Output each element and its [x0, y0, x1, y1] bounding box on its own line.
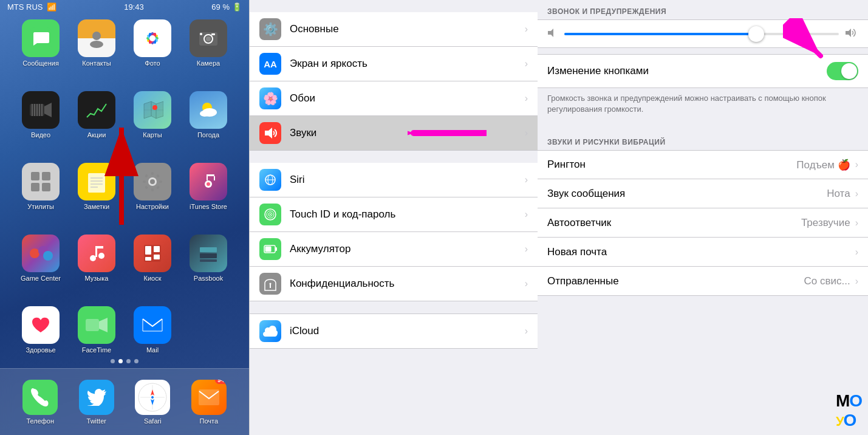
svg-point-59 [98, 253, 104, 259]
svg-rect-17 [211, 33, 215, 35]
health-icon-img [22, 306, 60, 344]
toggle-label-text: Изменение кнопками [547, 65, 827, 77]
svg-rect-44 [143, 180, 146, 183]
app-utilities[interactable]: Утилиты [15, 163, 66, 230]
app-settings[interactable]: Настройки [127, 163, 178, 230]
magenta-arrow-toggle [783, 18, 832, 67]
dock-twitter[interactable]: Twitter [79, 380, 114, 425]
app-maps[interactable]: Карты [127, 91, 178, 158]
privacy-label: Конфиденциальность [290, 278, 520, 290]
dock-phone[interactable]: Телефон [22, 380, 58, 425]
svg-rect-33 [31, 183, 39, 191]
app-videos[interactable]: Видео [15, 91, 66, 158]
dock-safari[interactable]: Safari [135, 380, 170, 425]
kiosk-icon-img [134, 235, 171, 272]
app-itunes[interactable]: iTunes Store [183, 163, 234, 230]
app-photos[interactable]: Фото [127, 19, 178, 86]
settings-gap-1 [250, 0, 538, 12]
app-passbook[interactable]: Passbook [183, 235, 234, 301]
svg-rect-49 [145, 185, 148, 189]
notes-icon-img [78, 163, 115, 200]
utilities-label: Утилиты [27, 203, 54, 210]
svg-rect-45 [159, 180, 162, 183]
sound-item-message[interactable]: Звук сообщения Нота › [538, 179, 868, 208]
messages-icon [22, 19, 60, 57]
app-camera[interactable]: Камера [183, 19, 234, 86]
svg-rect-35 [88, 173, 105, 193]
safari-label: Safari [144, 417, 162, 425]
ringtone-value: Подъем 🍎 [796, 159, 850, 171]
svg-rect-61 [96, 246, 103, 248]
app-messages[interactable]: Сообщения [15, 19, 66, 86]
app-stocks[interactable]: Акции [71, 91, 122, 158]
svg-point-18 [200, 33, 202, 35]
battery-label-settings: Аккумулятор [290, 243, 520, 255]
dock-mail[interactable]: 944 Почта [191, 380, 227, 425]
svg-rect-66 [145, 257, 151, 261]
settings-item-privacy[interactable]: Конфиденциальность › [250, 267, 538, 301]
settings-item-wallpaper[interactable]: 🌸 Обои › [250, 81, 538, 116]
app-contacts[interactable]: Контакты [71, 19, 122, 86]
siri-label: Siri [290, 174, 520, 186]
carrier-label: MTS RUS [7, 2, 43, 12]
settings-item-touchid[interactable]: Touch ID и код-пароль › [250, 197, 538, 232]
dock: Телефон Twitter Safari 944 Почта [0, 368, 249, 435]
screen-label: Экран и яркость [290, 58, 520, 70]
icloud-icon [259, 320, 281, 342]
sound-item-sent[interactable]: Отправленные Со свис... › [538, 267, 868, 296]
svg-point-2 [90, 41, 103, 48]
volume-slider-thumb[interactable] [748, 26, 764, 42]
dot-3 [126, 359, 131, 363]
settings-item-icloud[interactable]: iCloud › [250, 313, 538, 349]
svg-rect-85 [199, 389, 219, 405]
svg-rect-42 [151, 172, 154, 175]
watermark: МО УО [836, 390, 862, 429]
settings-item-battery[interactable]: Аккумулятор › [250, 232, 538, 267]
svg-rect-63 [145, 246, 151, 255]
sent-label: Отправленные [547, 275, 804, 287]
app-gamecenter[interactable]: Game Center [15, 235, 66, 301]
notes-label: Заметки [84, 203, 109, 210]
sounds-icon [259, 122, 281, 144]
utilities-icon-img [22, 163, 60, 200]
app-notes[interactable]: Заметки [71, 163, 122, 230]
settings-item-siri[interactable]: Siri › [250, 163, 538, 197]
settings-item-sounds[interactable]: Звуки › [250, 116, 538, 151]
app-weather[interactable]: Погода [183, 91, 234, 158]
itunes-label: iTunes Store [190, 203, 227, 210]
contacts-icon-img [78, 19, 115, 57]
camera-label: Камера [197, 60, 220, 67]
svg-marker-20 [44, 103, 52, 117]
battery-icon-settings [259, 238, 281, 260]
privacy-chevron: › [525, 278, 528, 289]
app-kiosk[interactable]: Киоск [127, 235, 178, 301]
app-music[interactable]: Музыка [71, 235, 122, 301]
basic-label: Основные [290, 23, 520, 35]
videos-icon-img [22, 91, 60, 129]
mail-home-label: Mail [146, 346, 159, 354]
settings-item-basic[interactable]: ⚙️ Основные › [250, 12, 538, 47]
voicemail-value: Трезвучие [801, 217, 850, 229]
sound-item-ringtone[interactable]: Рингтон Подъем 🍎 › [538, 150, 868, 179]
section-header-1: ЗВОНОК И ПРЕДУПРЕЖДЕНИЯ [538, 0, 868, 19]
mail-dock-label: Почта [199, 417, 218, 425]
message-sound-label: Звук сообщения [547, 188, 827, 200]
svg-point-99 [270, 283, 272, 285]
svg-rect-52 [207, 174, 214, 176]
siri-chevron: › [525, 174, 528, 185]
basic-chevron: › [525, 24, 528, 35]
messages-label: Сообщения [22, 60, 59, 67]
sound-gap-1 [538, 122, 868, 131]
facetime-icon-img [78, 306, 115, 344]
toggle-description: Громкость звонка и предупреждений можно … [538, 88, 868, 122]
dot-1 [111, 359, 115, 363]
sound-item-newmail[interactable]: Новая почта › [538, 238, 868, 267]
facetime-label: FaceTime [82, 346, 112, 354]
svg-point-1 [92, 32, 101, 40]
sound-item-voicemail[interactable]: Автоответчик Трезвучие › [538, 208, 868, 238]
svg-line-103 [789, 24, 821, 56]
itunes-icon-img [190, 163, 227, 200]
settings-item-screen[interactable]: AA Экран и яркость › [250, 47, 538, 81]
pink-arrow-sounds [408, 122, 487, 144]
passbook-label: Passbook [194, 275, 223, 282]
